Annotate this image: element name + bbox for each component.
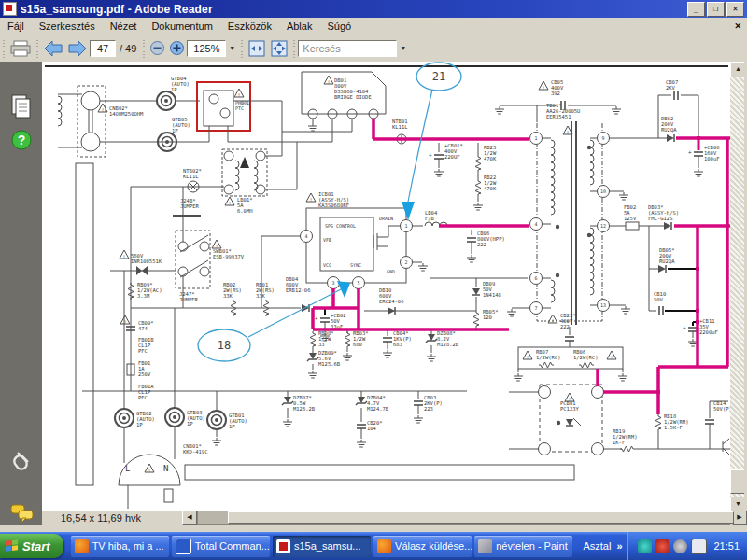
- start-label: Start: [22, 539, 50, 553]
- taskbar-clock: 21:51: [714, 540, 740, 552]
- svg-text:EER35451: EER35451: [546, 114, 571, 119]
- navigation-sidebar: ?: [0, 62, 42, 525]
- svg-text:DRAIN: DRAIN: [379, 216, 393, 221]
- menu-help[interactable]: Súgó: [319, 19, 359, 34]
- pages-panel-button[interactable]: [10, 93, 33, 123]
- svg-text:2: 2: [404, 259, 407, 265]
- attachments-panel-button[interactable]: [10, 449, 33, 477]
- howto-panel-button[interactable]: ?: [10, 129, 33, 155]
- svg-text:SYNC: SYNC: [350, 262, 361, 268]
- fit-page-icon: [270, 39, 289, 58]
- menu-tools[interactable]: Eszközök: [220, 19, 279, 34]
- tray-keyboard-layout-icon[interactable]: [691, 539, 707, 554]
- taskbar-task-adobe-reader[interactable]: s15a_samsu...: [273, 536, 371, 557]
- svg-text:N: N: [163, 464, 168, 473]
- toolbar-separator: [293, 38, 295, 59]
- horizontal-scrollbar[interactable]: [197, 511, 730, 525]
- toolbar-separator: [3, 38, 5, 59]
- start-button[interactable]: Start: [0, 534, 63, 558]
- close-document-icon[interactable]: ✕: [734, 21, 741, 31]
- horizontal-scrollbar-thumb[interactable]: [228, 511, 734, 524]
- restore-button[interactable]: ❐: [707, 2, 725, 17]
- firefox-icon: [377, 539, 391, 553]
- menu-view[interactable]: Nézet: [103, 19, 145, 34]
- zoom-dropdown-icon[interactable]: ▼: [229, 45, 235, 51]
- minimize-button[interactable]: _: [687, 2, 705, 17]
- pdf-file-icon: [276, 539, 290, 553]
- svg-text:104: 104: [367, 426, 377, 431]
- svg-text:M128.2B: M128.2B: [437, 342, 459, 347]
- comments-icon: [10, 503, 35, 524]
- svg-text:1/2W(RC): 1/2W(RC): [573, 355, 599, 360]
- desktop-toolbar[interactable]: Asztal »: [583, 540, 622, 552]
- printer-icon: [9, 39, 32, 58]
- taskbar-task-paint[interactable]: névtelen - Paint: [474, 536, 572, 557]
- chevron-icon[interactable]: »: [616, 540, 622, 552]
- svg-text:13: 13: [600, 302, 606, 308]
- scroll-left-icon[interactable]: ◀: [182, 511, 197, 525]
- task-label: TV hiba, mi a ...: [92, 540, 164, 552]
- search-dropdown-icon[interactable]: ▼: [400, 45, 406, 51]
- menu-document[interactable]: Dokumentum: [144, 19, 219, 34]
- toolbar-separator: [36, 38, 38, 59]
- svg-text:KL11L: KL11L: [392, 124, 408, 130]
- svg-text:1P: 1P: [229, 424, 235, 429]
- zoom-in-button[interactable]: [169, 40, 185, 56]
- schematic-canvas: !CNB02*14OHM250OHMGTB04(AUTO)1PGTB05(AUT…: [42, 62, 730, 511]
- print-button[interactable]: [9, 39, 32, 58]
- scroll-right-icon[interactable]: ▶: [732, 511, 747, 525]
- svg-text:SPS CONTROL: SPS CONTROL: [325, 223, 356, 229]
- tray-security-icon[interactable]: [655, 539, 669, 553]
- previous-page-button[interactable]: [43, 40, 63, 57]
- svg-text:4: 4: [304, 233, 307, 239]
- next-page-button[interactable]: [67, 40, 88, 57]
- menu-window[interactable]: Ablak: [279, 19, 320, 34]
- svg-text:PFC: PFC: [138, 348, 148, 354]
- taskbar-task-firefox-2[interactable]: Válasz küldése...: [374, 536, 472, 557]
- svg-text:9: 9: [601, 135, 604, 141]
- svg-text:ESB-99937V: ESB-99937V: [213, 254, 245, 259]
- close-button[interactable]: ✕: [726, 2, 744, 17]
- svg-text:!: !: [551, 318, 554, 324]
- svg-text:!: !: [101, 107, 104, 113]
- svg-text:+: +: [688, 148, 692, 155]
- svg-text:680: 680: [353, 342, 362, 347]
- tray-messenger-icon[interactable]: [638, 539, 652, 553]
- svg-text:FML-G12S: FML-G12S: [648, 216, 673, 221]
- svg-text:33K: 33K: [256, 293, 266, 299]
- svg-text:50V: 50V: [654, 297, 664, 302]
- svg-text:3: 3: [331, 280, 334, 286]
- menu-file[interactable]: Fájl: [0, 19, 32, 34]
- fit-page-button[interactable]: [270, 39, 289, 58]
- taskbar-task-total-commander[interactable]: Total Comman...: [172, 536, 270, 557]
- vertical-scrollbar[interactable]: ▲ ▼: [730, 62, 744, 511]
- fit-width-button[interactable]: [247, 39, 266, 58]
- tray-clock-icon[interactable]: [673, 539, 687, 553]
- svg-text:VCC: VCC: [323, 262, 331, 268]
- search-placeholder: Keresés: [303, 43, 340, 54]
- svg-text:223: 223: [424, 406, 433, 412]
- svg-text:!: !: [122, 254, 125, 259]
- zoom-out-button[interactable]: [149, 40, 165, 56]
- task-label: névtelen - Paint: [496, 540, 567, 552]
- svg-text:PC123Y: PC123Y: [560, 406, 580, 412]
- svg-text:!: !: [566, 130, 569, 135]
- document-page[interactable]: !CNB02*14OHM250OHMGTB04(AUTO)1PGTB05(AUT…: [42, 62, 730, 511]
- svg-text:+: +: [315, 315, 318, 321]
- page-number-input[interactable]: 47: [90, 40, 116, 57]
- svg-text:120: 120: [483, 315, 492, 320]
- task-label: Total Comman...: [195, 540, 270, 552]
- page-size-label: 16,54 x 11,69 hvk: [61, 512, 182, 524]
- svg-text:JUMPER: JUMPER: [179, 297, 199, 302]
- zoom-level-input[interactable]: 125%: [187, 40, 226, 57]
- search-input[interactable]: Keresés: [298, 40, 397, 57]
- svg-text:3.3M: 3.3M: [137, 293, 150, 299]
- firefox-icon: [75, 539, 89, 553]
- menu-edit[interactable]: Szerkesztés: [32, 19, 103, 34]
- svg-text:250V: 250V: [138, 371, 151, 377]
- svg-text:4: 4: [534, 221, 537, 227]
- taskbar-task-firefox-1[interactable]: TV hiba, mi a ...: [71, 536, 169, 557]
- svg-text:5: 5: [357, 280, 359, 286]
- toolbar-separator: [143, 38, 145, 59]
- svg-text:!: !: [526, 355, 529, 360]
